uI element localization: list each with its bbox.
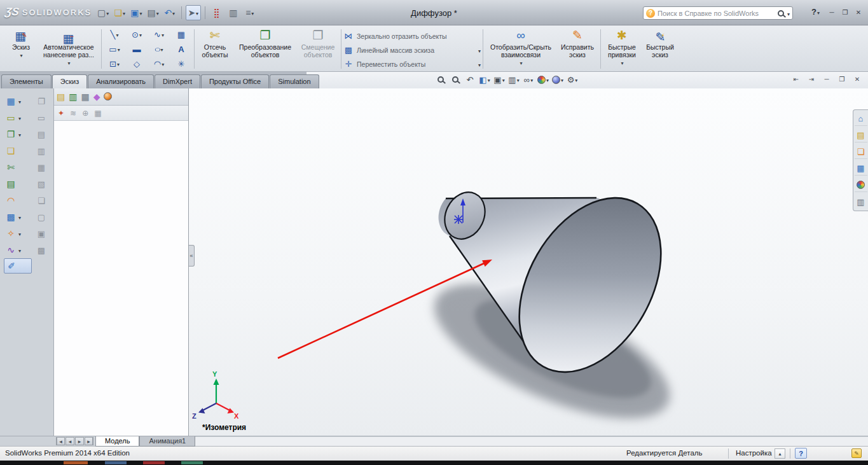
dropdown-caret[interactable] — [18, 114, 21, 121]
rectangle-tool-button[interactable]: ▭ — [104, 42, 125, 56]
graphics-viewport[interactable]: Y X Z *Изометрия ⌂ ▤ ❏ ▦ ▥ — [189, 88, 868, 436]
search-scope-dropdown[interactable] — [787, 10, 790, 17]
rapid-sketch-button[interactable]: ✎ Быстрый эскиз — [641, 27, 679, 71]
view-orientation-dropdown[interactable] — [502, 76, 505, 83]
prev-tab-button[interactable]: ◂ — [65, 437, 74, 445]
file-properties-button[interactable]: ▥ — [226, 5, 241, 20]
tab-sketch[interactable]: Эскиз — [52, 74, 87, 88]
auto-dimension-dropdown[interactable] — [67, 59, 70, 66]
featuremanager-tree-tab[interactable]: ▤ — [57, 92, 65, 102]
tab-model[interactable]: Модель — [95, 436, 139, 447]
zoom-area-button[interactable] — [449, 73, 462, 86]
dropdown-caret[interactable] — [18, 130, 21, 138]
search-icon[interactable] — [778, 10, 784, 17]
dropdown-caret[interactable] — [18, 213, 21, 221]
trim-entities-button[interactable]: ✄ Отсечь объекты — [196, 27, 233, 71]
spline-dropdown[interactable] — [161, 31, 164, 38]
repair-sketch-button[interactable]: ✎ Исправить эскиз — [556, 27, 598, 71]
line-tool-button[interactable]: ╲ — [104, 27, 125, 41]
options-button[interactable]: ≡ — [242, 5, 258, 20]
select-dropdown[interactable] — [195, 9, 198, 17]
quick-snaps-button[interactable]: ✱ Быстрые привязки — [603, 27, 641, 71]
offset-entities-button[interactable]: ❐ Смещение объектов — [297, 27, 339, 71]
configurationmanager-tab[interactable]: ▦ — [81, 92, 89, 102]
hide-show-dropdown[interactable] — [530, 76, 533, 83]
panel-collapse-handle[interactable] — [189, 245, 195, 267]
next-tab-button[interactable]: ▸ — [75, 437, 84, 445]
help-dropdown[interactable] — [816, 7, 820, 17]
arc-tool-button[interactable]: ◠ — [148, 57, 170, 71]
sheet-tool-button[interactable]: ▢ — [34, 209, 51, 225]
tab-animation1[interactable]: Анимация1 — [139, 436, 195, 447]
propertymanager-tab[interactable]: ▥ — [69, 92, 77, 102]
line-dropdown[interactable] — [115, 31, 118, 38]
dropdown-caret[interactable] — [18, 230, 21, 237]
help-button[interactable]: ? — [811, 7, 820, 17]
previous-view-button[interactable]: ↶ — [464, 73, 476, 86]
mirror-entities-button[interactable]: ⋈ Зеркально отразить объекты — [343, 29, 481, 43]
restore-button[interactable]: ❐ — [839, 7, 851, 18]
feature-tree-area[interactable] — [54, 121, 188, 436]
edit-appearance-dropdown[interactable] — [546, 76, 549, 83]
apply-scene-dropdown[interactable] — [560, 76, 563, 83]
last-tab-button[interactable]: ▸ — [85, 437, 93, 445]
sheet-tool-button[interactable]: ▥ — [34, 142, 51, 159]
save-dropdown[interactable] — [139, 9, 142, 17]
trim-entities-tool-button[interactable]: ✄ — [4, 159, 32, 176]
move-entities-dropdown[interactable] — [478, 60, 481, 68]
linear-sketch-pattern-button[interactable]: ▩ Линейный массив эскиза — [343, 43, 481, 57]
sketch-dropdown[interactable] — [19, 51, 22, 59]
circle-dropdown[interactable] — [139, 31, 142, 38]
sheet-tool-button[interactable]: ▣ — [34, 225, 51, 242]
move-entities-button[interactable]: ✛ Переместить объекты — [343, 57, 481, 71]
polygon-tool-button[interactable]: ◇ — [126, 57, 148, 71]
dimxpertmanager-tab[interactable]: ◆ — [93, 92, 100, 102]
quick-tip-icon[interactable]: ✎ — [851, 448, 862, 458]
linear-pattern-dropdown[interactable] — [478, 46, 481, 54]
tab-features[interactable]: Элементы — [1, 74, 52, 88]
auto-dimension-button[interactable]: ▦ Автоматическое нанесение раз... — [38, 27, 99, 71]
dropdown-caret[interactable] — [18, 97, 21, 105]
section-view-button[interactable]: ◧ — [478, 73, 491, 86]
resources-home-button[interactable]: ⌂ — [855, 112, 867, 126]
arc-dropdown[interactable] — [161, 60, 164, 67]
custom-properties-button[interactable]: ▥ — [855, 195, 867, 209]
undo-dropdown[interactable] — [172, 9, 175, 17]
display-relations-dropdown[interactable] — [519, 59, 522, 66]
design-library-button[interactable]: ▤ — [855, 128, 867, 142]
rectangle-tool-button[interactable]: ▭ — [4, 109, 32, 126]
sketch-button[interactable]: ▦ Эскиз — [4, 27, 38, 71]
tab-office-products[interactable]: Продукты Office — [201, 74, 269, 88]
ellipse-tool-button[interactable]: ○ — [148, 42, 170, 56]
text-tool-button[interactable]: А — [170, 42, 192, 56]
pattern-tool-button[interactable]: ▩ — [4, 209, 32, 225]
sheet-tool-button[interactable]: ▧ — [34, 176, 51, 192]
status-help-button[interactable]: ? — [795, 448, 807, 459]
view-orientation-button[interactable]: ▣ — [493, 73, 506, 86]
apply-scene-button[interactable] — [551, 73, 564, 86]
sheet-tool-button[interactable]: ▦ — [34, 159, 51, 176]
view-settings-button[interactable]: ⚙ — [566, 73, 579, 86]
display-pane-button[interactable]: ▦ — [94, 109, 101, 118]
sheet-tool-button[interactable]: ❐ — [34, 93, 51, 109]
circle-tool-button[interactable]: ⊙ — [126, 27, 148, 41]
view-palette-button[interactable]: ▦ — [855, 162, 867, 176]
new-document-button[interactable]: ▢ — [95, 5, 111, 20]
spline-tool-button[interactable]: ∿ — [148, 27, 170, 41]
tab-simulation[interactable]: Simulation — [270, 74, 319, 88]
rebuild-button[interactable]: ⣿ — [209, 5, 224, 20]
print-dropdown[interactable] — [156, 9, 159, 17]
sketch-picture-button[interactable]: ▦ — [170, 27, 192, 41]
surface-note-tool-button[interactable]: ▤ — [4, 176, 32, 192]
doc-restore-button[interactable]: ❐ — [836, 74, 848, 85]
smart-dimension-tool-button[interactable]: ✐ — [4, 258, 32, 274]
convert-entities-tool-button[interactable]: ❐ — [4, 126, 32, 142]
tab-evaluate[interactable]: Анализировать — [88, 74, 154, 88]
displaymanager-tab[interactable] — [104, 92, 112, 102]
sensors-button[interactable]: ✦ — [58, 109, 64, 118]
display-relations-button[interactable]: ∞ Отобразить/Скрыть взаимосвязи — [485, 27, 556, 71]
appearances-scenes-button[interactable] — [855, 178, 867, 192]
section-view-dropdown[interactable] — [487, 76, 490, 83]
close-button[interactable]: ✕ — [853, 7, 864, 18]
save-button[interactable]: ▣ — [128, 5, 144, 20]
